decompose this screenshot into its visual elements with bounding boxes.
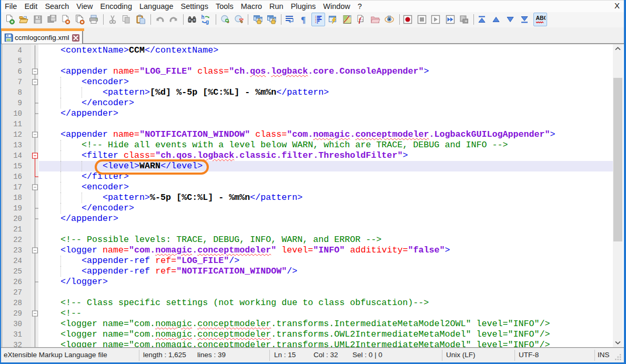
tab-ccmlogconfig[interactable]: ccmlogconfig.xml [1,28,83,44]
editor[interactable]: 4567891011121314151617181920212223242526… [1,44,624,347]
word-wrap-icon[interactable] [282,13,296,26]
macro-play-icon[interactable] [429,13,442,26]
vertical-scrollbar[interactable] [613,44,623,347]
code-token: conceptmodeler [197,329,271,339]
code-token: class= [255,129,287,139]
code-token: conceptmodeler [197,340,271,347]
code-line-6: <appender name="LOG_FILE" class="ch.qos.… [39,66,429,77]
code-token [39,193,103,203]
document-map-icon[interactable] [340,13,354,26]
toolbar-separator [103,14,104,25]
status-length: length : 1,625 [143,351,186,359]
resize-grip[interactable] [613,352,622,361]
save-file-icon[interactable] [31,13,45,26]
code-token: ref= [155,266,176,276]
menu-item-tools[interactable]: Tools [212,1,237,12]
code-line-30: <logger name="com.nomagic.conceptmodeler… [39,319,550,329]
line-number: 19 [2,203,22,214]
function-list-icon[interactable]: f [354,13,368,26]
macro-save-icon[interactable] [457,13,471,26]
spell-check-icon[interactable]: ABC [533,13,547,26]
code-line-text: <logger name="com.nomagic.conceptmodeler… [39,245,450,255]
status-separator [139,350,139,361]
monitoring-icon[interactable] [382,13,396,26]
code-token [39,329,60,339]
macro-run-multiple-icon[interactable] [443,13,457,26]
code-line-22: <!-- Possible levels: TRACE, DEBUG, INFO… [39,235,381,245]
code-token: > [402,150,408,160]
code-token: </pattern> [276,87,329,97]
code-token: <!-- Class specific settings (not workin… [60,298,429,308]
new-file-icon[interactable] [3,13,17,26]
code-token: "com. [287,129,313,139]
code-token: </encoder> [82,203,134,213]
code-token: <appender-ref [82,266,155,276]
find-icon[interactable] [185,13,199,26]
zoom-out-icon[interactable] [232,13,246,26]
scroll-down-icon[interactable] [613,338,623,347]
folder-as-workspace-icon[interactable] [368,13,382,26]
code-token: <logger name="com. [60,319,155,329]
menu-item-edit[interactable]: Edit [21,1,41,12]
code-line-text: <logger name="com.nomagic.conceptmodeler… [39,329,550,339]
code-line-text: <pattern>[%d] %-5p [%C:%L] - %m%n</patte… [39,87,329,97]
code-token: " [271,245,276,255]
window-border-top [0,0,626,1]
line-number: 6 [2,66,22,77]
scrollbar-thumb[interactable] [613,78,622,241]
menu-item-file[interactable]: File [1,1,21,12]
redo-icon[interactable] [167,13,180,26]
sync-vertical-icon[interactable] [251,13,265,26]
close-file-icon[interactable] [59,13,73,26]
zoom-in-icon[interactable] [218,13,232,26]
save-all-icon[interactable] [45,13,59,26]
menu-item-plugins[interactable]: Plugins [287,1,320,12]
undo-icon[interactable] [153,13,167,26]
menu-item-view[interactable]: View [73,1,96,12]
line-number: 26 [2,277,22,287]
nav-previous-icon[interactable] [489,13,503,26]
cut-icon[interactable] [106,13,119,26]
code-token [39,298,60,308]
menu-item-run[interactable]: Run [266,1,287,12]
show-indent-guide-icon[interactable] [311,13,325,26]
copy-icon[interactable] [119,13,133,26]
code-line-20: </appender> [39,214,118,224]
window-close-button[interactable]: X [612,1,622,11]
macro-record-icon[interactable] [401,13,415,26]
code-token: "LOG_FILE" [139,66,192,76]
user-defined-language-icon[interactable] [326,13,340,26]
menu-item-help[interactable]: ? [354,1,366,12]
indent-guide [82,161,82,171]
fold-margin[interactable] [31,44,38,347]
floppy-saved-icon [4,33,13,42]
scroll-up-icon[interactable] [613,44,623,53]
nav-first-icon[interactable] [475,13,489,26]
paste-icon[interactable] [134,13,147,26]
code-token: nomagic [155,329,192,339]
macro-stop-icon[interactable] [415,13,429,26]
menu-item-window[interactable]: Window [319,1,354,12]
menu-item-search[interactable]: Search [41,1,73,12]
code-token [39,277,60,287]
close-all-icon[interactable] [73,13,87,26]
line-number: 4 [2,45,22,56]
replace-icon[interactable]: hg [199,13,213,26]
sync-horizontal-icon[interactable] [265,13,278,26]
tab-close-icon[interactable] [72,34,79,42]
code-token: "ch. [229,66,250,76]
menu-item-encoding[interactable]: Encoding [97,1,136,12]
menu-item-settings[interactable]: Settings [177,1,211,12]
menu-item-macro[interactable]: Macro [237,1,266,12]
code-line-17: <encoder> [39,182,129,193]
print-icon[interactable] [87,13,100,26]
menu-item-language[interactable]: Language [136,1,177,12]
text-area[interactable]: <contextName>CCM</contextName> <appender… [38,44,613,347]
nav-last-icon[interactable] [518,13,531,26]
annotation-ellipse [95,159,209,175]
line-number: 5 [2,56,22,66]
open-file-icon[interactable] [17,13,31,26]
show-all-characters-icon[interactable]: ¶ [297,13,311,26]
indent-guide [60,182,61,193]
nav-next-icon[interactable] [503,13,517,26]
